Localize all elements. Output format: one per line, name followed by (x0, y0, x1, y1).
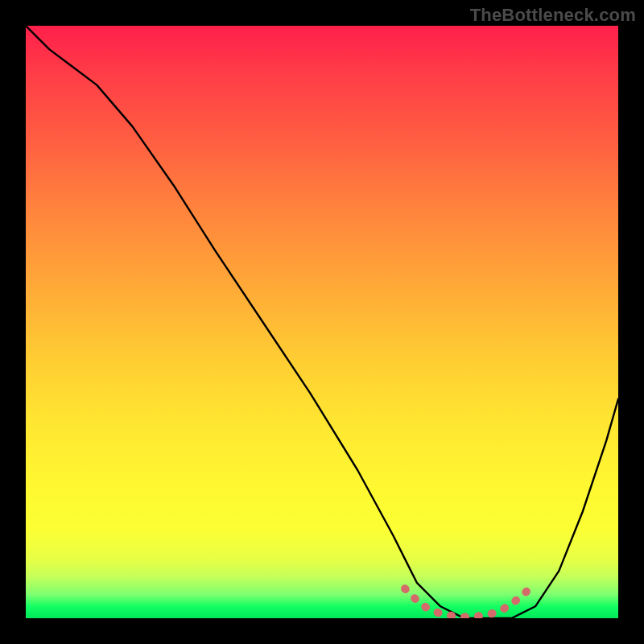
bottleneck-curve (26, 26, 618, 618)
attribution-label: TheBottleneck.com (470, 5, 636, 26)
chart-svg (26, 26, 618, 618)
optimal-range-marker (405, 588, 530, 617)
plot-area (26, 26, 618, 618)
chart-frame: TheBottleneck.com (0, 0, 644, 644)
